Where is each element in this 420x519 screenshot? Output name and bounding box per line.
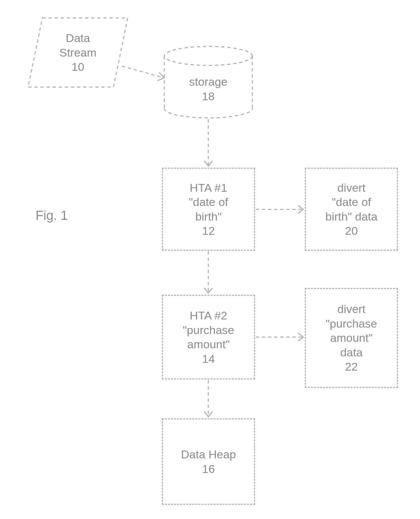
arrow-hta2-to-dataheap xyxy=(204,380,212,417)
node-data-heap-text: Data Heap 16 xyxy=(181,447,236,476)
divert2-line1: divert xyxy=(337,303,365,315)
data-heap-id: 16 xyxy=(202,462,215,475)
hta2-line3: amount" xyxy=(187,338,230,351)
node-divert2: divert "purchase amount" data 22 xyxy=(305,288,398,388)
arrow-hta1-to-divert1 xyxy=(256,205,303,213)
divert2-line3: amount" xyxy=(330,331,373,344)
hta1-id: 12 xyxy=(202,224,215,237)
divert1-id: 20 xyxy=(345,224,358,237)
divert2-line4: data xyxy=(340,346,362,359)
node-hta1: HTA #1 "date of birth" 12 xyxy=(162,168,255,251)
hta2-line2: "purchase xyxy=(183,324,234,336)
arrow-hta2-to-divert2 xyxy=(256,333,303,341)
storage-label: storage xyxy=(189,75,227,88)
node-data-heap: Data Heap 16 xyxy=(162,418,255,505)
node-hta2-text: HTA #2 "purchase amount" 14 xyxy=(183,308,234,366)
node-divert2-text: divert "purchase amount" data 22 xyxy=(326,302,377,374)
divert1-line3: birth" data xyxy=(326,210,378,223)
data-stream-id: 10 xyxy=(71,60,84,73)
node-data-stream-text: Data Stream 10 xyxy=(59,31,97,74)
divert2-id: 22 xyxy=(345,360,358,373)
divert1-line2: "date of xyxy=(332,195,371,208)
figure-label: Fig. 1 xyxy=(36,208,68,223)
node-divert1-text: divert "date of birth" data 20 xyxy=(326,181,378,238)
hta1-line3: birth" xyxy=(195,210,222,223)
divert2-line2: "purchase xyxy=(326,317,377,330)
node-divert1: divert "date of birth" data 20 xyxy=(305,168,398,251)
arrow-storage-to-hta1 xyxy=(204,119,212,166)
node-hta1-text: HTA #1 "date of birth" 12 xyxy=(189,181,228,238)
svg-point-1 xyxy=(164,46,252,65)
hta1-line1: HTA #1 xyxy=(190,181,227,194)
divert1-line1: divert xyxy=(337,181,365,194)
data-stream-line2: Stream xyxy=(59,46,97,59)
data-heap-line1: Data Heap xyxy=(181,448,236,461)
node-hta2: HTA #2 "purchase amount" 14 xyxy=(162,295,255,379)
node-storage-text: storage 18 xyxy=(189,75,227,103)
hta2-line1: HTA #2 xyxy=(190,309,227,322)
data-stream-line1: Data xyxy=(66,32,90,44)
hta1-line2: "date of xyxy=(189,195,228,208)
storage-id: 18 xyxy=(202,90,215,103)
arrow-hta1-to-hta2 xyxy=(204,251,212,293)
diagram-canvas: { "figure_label": "Fig. 1", "nodes": { "… xyxy=(0,0,420,519)
node-data-stream: Data Stream 10 xyxy=(25,15,130,90)
hta2-id: 14 xyxy=(202,352,215,365)
node-storage: storage 18 xyxy=(161,44,256,120)
